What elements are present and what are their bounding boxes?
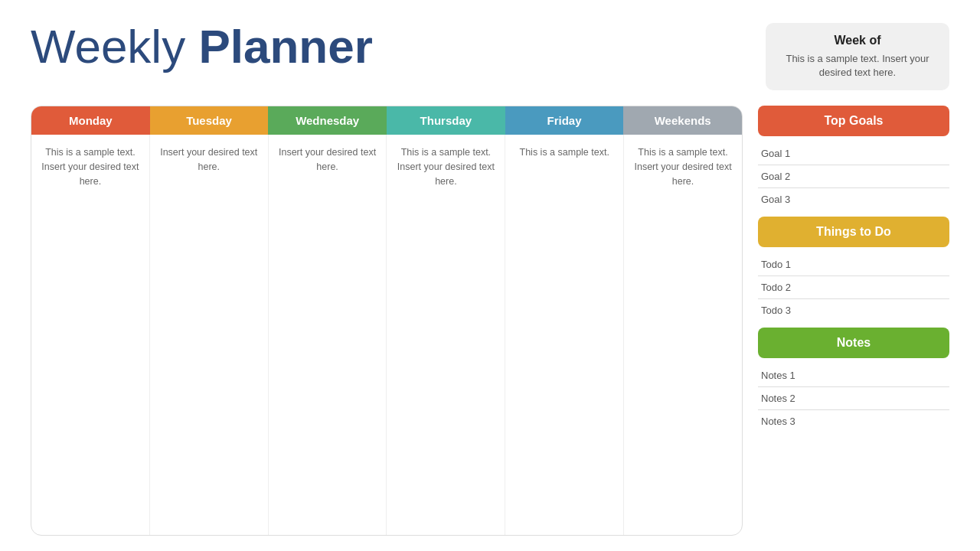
days-header: MondayTuesdayWednesdayThursdayFridayWeek… bbox=[31, 106, 742, 135]
title-block: Weekly Planner bbox=[31, 23, 373, 70]
notes-section: Notes Notes 1Notes 2Notes 3 bbox=[758, 328, 949, 432]
goal-item: Goal 3 bbox=[758, 188, 949, 210]
day-cell-wednesday: Insert your desired text here. bbox=[269, 135, 387, 535]
day-header-monday: Monday bbox=[31, 106, 150, 135]
day-header-thursday: Thursday bbox=[387, 106, 505, 135]
header-row: Weekly Planner Week of This is a sample … bbox=[31, 23, 949, 90]
day-header-weekends: Weekends bbox=[623, 106, 742, 135]
todo-item: Todo 2 bbox=[758, 276, 949, 299]
goal-item: Goal 2 bbox=[758, 165, 949, 188]
day-header-wednesday: Wednesday bbox=[268, 106, 387, 135]
week-of-text: This is a sample text. Insert your desir… bbox=[784, 52, 931, 80]
sidebar: Top Goals Goal 1Goal 2Goal 3 Things to D… bbox=[758, 106, 949, 536]
title-bold: Planner bbox=[198, 20, 372, 73]
top-goals-button: Top Goals bbox=[758, 106, 949, 136]
title-light: Weekly bbox=[31, 20, 198, 73]
things-to-do-section: Things to Do Todo 1Todo 2Todo 3 bbox=[758, 217, 949, 321]
note-item: Notes 2 bbox=[758, 387, 949, 410]
day-cell-monday: This is a sample text. Insert your desir… bbox=[31, 135, 150, 535]
todo-item: Todo 3 bbox=[758, 299, 949, 321]
page-title: Weekly Planner bbox=[31, 23, 373, 70]
note-item: Notes 3 bbox=[758, 410, 949, 432]
days-body: This is a sample text. Insert your desir… bbox=[31, 135, 742, 535]
notes-button: Notes bbox=[758, 328, 949, 358]
day-header-friday: Friday bbox=[505, 106, 624, 135]
week-of-box: Week of This is a sample text. Insert yo… bbox=[766, 23, 949, 90]
day-header-tuesday: Tuesday bbox=[150, 106, 269, 135]
day-cell-thursday: This is a sample text. Insert your desir… bbox=[387, 135, 505, 535]
top-goals-section: Top Goals Goal 1Goal 2Goal 3 bbox=[758, 106, 949, 210]
note-item: Notes 1 bbox=[758, 364, 949, 387]
day-cell-friday: This is a sample text. bbox=[505, 135, 624, 535]
day-cell-tuesday: Insert your desired text here. bbox=[150, 135, 269, 535]
day-cell-weekends: This is a sample text. Insert your desir… bbox=[624, 135, 742, 535]
goal-item: Goal 1 bbox=[758, 142, 949, 165]
week-of-label: Week of bbox=[784, 34, 931, 47]
things-to-do-button: Things to Do bbox=[758, 217, 949, 247]
todo-item: Todo 1 bbox=[758, 253, 949, 276]
main-row: MondayTuesdayWednesdayThursdayFridayWeek… bbox=[31, 106, 949, 536]
planner-section: MondayTuesdayWednesdayThursdayFridayWeek… bbox=[31, 106, 743, 536]
